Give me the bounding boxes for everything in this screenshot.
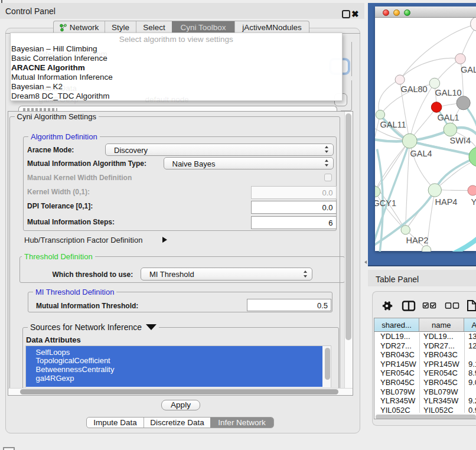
svg-text:HAP2: HAP2 xyxy=(406,236,428,245)
svg-text:GAL11: GAL11 xyxy=(380,120,406,129)
svg-text:GCY1: GCY1 xyxy=(375,198,396,208)
svg-text:GAL4: GAL4 xyxy=(410,149,432,158)
svg-text:GAL10: GAL10 xyxy=(435,88,461,97)
svg-text:GAL1: GAL1 xyxy=(437,113,459,122)
svg-text:GAL: GAL xyxy=(461,65,476,74)
svg-text:Y: Y xyxy=(471,197,476,207)
svg-text:HAP4: HAP4 xyxy=(435,197,457,207)
svg-text:GAL80: GAL80 xyxy=(400,84,427,94)
svg-text:SWI4: SWI4 xyxy=(449,136,470,145)
